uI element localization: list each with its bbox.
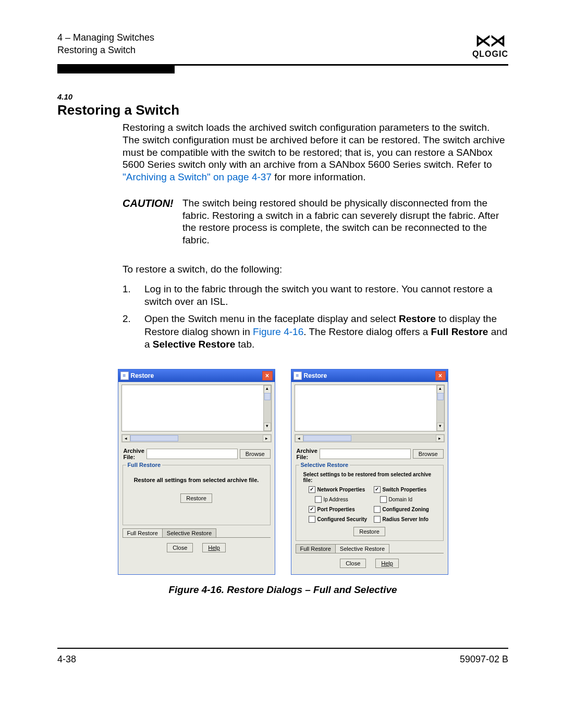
hscroll-thumb[interactable] xyxy=(303,435,351,441)
preview-area: ▴ ▾ xyxy=(295,385,445,431)
page-footer: 4-38 59097-02 B xyxy=(57,654,508,665)
restore-dialog-full: ≡ Restore × ▴ ▾ ◂ ▸ Archive File: Browse xyxy=(118,369,275,575)
help-button[interactable]: Help xyxy=(375,559,399,568)
scroll-down-icon[interactable]: ▾ xyxy=(264,423,271,431)
tab-selective-restore[interactable]: Selective Restore xyxy=(335,544,389,553)
chk-switch-properties[interactable]: ✓Switch Properties xyxy=(374,486,436,493)
restore-button[interactable]: Restore xyxy=(180,493,212,503)
chk-network-properties[interactable]: ✓Network Properties xyxy=(309,486,371,493)
doc-number: 59097-02 B xyxy=(460,654,508,665)
steps-lead-in: To restore a switch, do the following: xyxy=(123,263,508,276)
chk-ip-address[interactable]: Ip Address xyxy=(315,496,371,503)
full-restore-group: Full Restore Restore all settings from s… xyxy=(123,465,271,525)
browse-button[interactable]: Browse xyxy=(240,449,271,459)
step-1: Log in to the fabric through the switch … xyxy=(123,283,508,309)
horizontal-scrollbar[interactable]: ◂ ▸ xyxy=(295,434,445,442)
scroll-right-icon[interactable]: ▸ xyxy=(436,435,444,442)
qlogic-logo: ⋉⋊ QLOGIC xyxy=(472,31,508,59)
chk-configured-zoning[interactable]: Configured Zoning xyxy=(374,506,436,513)
close-button[interactable]: Close xyxy=(167,543,193,552)
scroll-up-icon[interactable]: ▴ xyxy=(437,385,444,393)
dialog-titlebar[interactable]: ≡ Restore × xyxy=(118,369,275,382)
tab-full-restore[interactable]: Full Restore xyxy=(123,528,163,538)
intro-paragraph: Restoring a switch loads the archived sw… xyxy=(123,121,508,183)
caution-text: The switch being restored should be phys… xyxy=(182,197,508,246)
archive-file-label: Archive File: xyxy=(297,448,317,460)
restore-dialog-selective: ≡ Restore × ▴ ▾ ◂ ▸ Archive File: Browse xyxy=(291,369,448,575)
scroll-left-icon[interactable]: ◂ xyxy=(295,435,303,442)
scroll-up-icon[interactable]: ▴ xyxy=(264,385,271,393)
section-line: Restoring a Switch xyxy=(57,44,154,56)
steps-list: Log in to the fabric through the switch … xyxy=(123,283,508,351)
scroll-left-icon[interactable]: ◂ xyxy=(122,435,130,442)
app-icon: ≡ xyxy=(293,372,302,380)
help-button[interactable]: Help xyxy=(202,543,226,552)
archive-file-label: Archive File: xyxy=(124,448,144,460)
caution-label: CAUTION! xyxy=(123,197,182,210)
scroll-thumb[interactable] xyxy=(264,393,271,400)
restore-button[interactable]: Restore xyxy=(353,527,385,536)
footer-rule xyxy=(57,648,508,649)
tab-selective-restore[interactable]: Selective Restore xyxy=(162,528,216,538)
horizontal-scrollbar[interactable]: ◂ ▸ xyxy=(121,434,272,442)
preview-area: ▴ ▾ xyxy=(121,385,272,431)
step-2: Open the Switch menu in the faceplate di… xyxy=(123,313,508,351)
vertical-scrollbar[interactable]: ▴ ▾ xyxy=(436,385,444,431)
archive-file-input[interactable] xyxy=(320,449,411,459)
browse-button[interactable]: Browse xyxy=(413,449,444,459)
archiving-link[interactable]: "Archiving a Switch" on page 4-37 xyxy=(123,171,272,182)
scroll-thumb[interactable] xyxy=(437,393,444,400)
figure-link[interactable]: Figure 4-16 xyxy=(253,326,303,337)
caution-block: CAUTION! The switch being restored shoul… xyxy=(123,197,508,246)
dialog-titlebar[interactable]: ≡ Restore × xyxy=(291,369,448,382)
logo-glyph-icon: ⋉⋊ xyxy=(472,31,508,50)
selective-note: Select settings to be restored from sele… xyxy=(303,472,439,483)
hscroll-thumb[interactable] xyxy=(130,435,178,441)
section-number: 4.10 xyxy=(57,92,508,101)
chk-configured-security[interactable]: Configured Security xyxy=(309,516,371,523)
chapter-line: 4 – Managing Switches xyxy=(57,31,154,44)
vertical-scrollbar[interactable]: ▴ ▾ xyxy=(263,385,271,431)
close-icon[interactable]: × xyxy=(435,371,446,380)
section-title: Restoring a Switch xyxy=(57,102,508,118)
selective-restore-group: Selective Restore Select settings to be … xyxy=(296,465,444,541)
chk-radius-server-info[interactable]: Radius Server Info xyxy=(374,516,436,523)
close-button[interactable]: Close xyxy=(340,559,366,568)
close-icon[interactable]: × xyxy=(262,371,273,380)
page-number: 4-38 xyxy=(57,654,76,665)
header-accent-bar xyxy=(57,66,175,73)
full-restore-text: Restore all settings from selected archi… xyxy=(127,477,266,483)
chk-domain-id[interactable]: Domain Id xyxy=(380,496,436,503)
scroll-right-icon[interactable]: ▸ xyxy=(263,435,271,442)
app-icon: ≡ xyxy=(120,372,129,380)
archive-file-input[interactable] xyxy=(146,449,238,459)
figure-caption: Figure 4-16. Restore Dialogs – Full and … xyxy=(57,584,508,596)
page-header: 4 – Managing Switches Restoring a Switch… xyxy=(57,31,508,59)
chk-port-properties[interactable]: ✓Port Properties xyxy=(309,506,371,513)
scroll-down-icon[interactable]: ▾ xyxy=(437,423,444,431)
tab-full-restore[interactable]: Full Restore xyxy=(296,544,336,553)
figure-dialogs: ≡ Restore × ▴ ▾ ◂ ▸ Archive File: Browse xyxy=(57,369,508,575)
